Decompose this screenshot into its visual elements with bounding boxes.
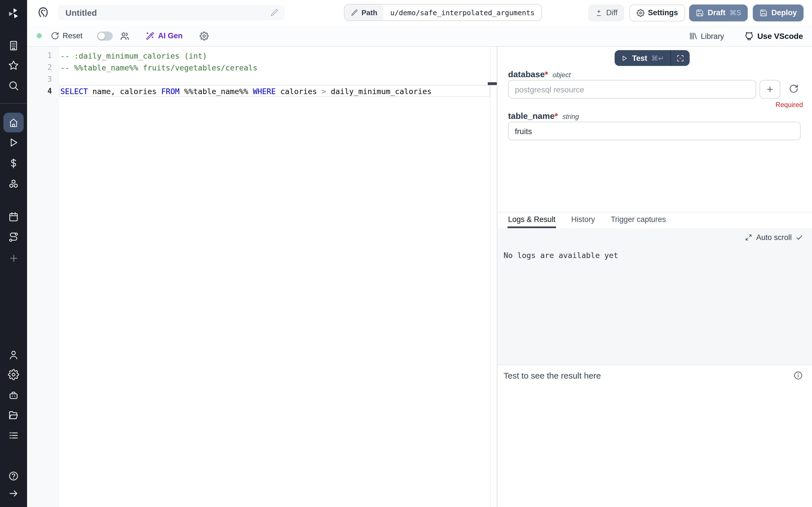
use-vscode-label: Use VScode: [757, 32, 803, 41]
sidebar-item-create[interactable]: [0, 248, 27, 268]
sidebar-item-resources[interactable]: [0, 173, 27, 194]
sidebar-item-runs[interactable]: [0, 132, 27, 153]
library-button[interactable]: Library: [689, 32, 724, 41]
code-token: -- %%table_name%% fruits/vegetables/cere…: [60, 63, 257, 72]
play-icon: [621, 54, 628, 62]
record-scan-icon: [676, 54, 684, 62]
auto-scroll-toggle[interactable]: Auto scroll: [745, 233, 803, 242]
sidebar-item-folders[interactable]: [0, 405, 27, 425]
sidebar-item-workers[interactable]: [0, 385, 27, 406]
building-icon: [8, 40, 19, 51]
table-name-input[interactable]: [508, 122, 801, 140]
code-text: -- %%table_name%% fruits/vegetables/cere…: [60, 63, 257, 72]
result-pane: Test to see the result here: [497, 364, 812, 507]
path-label: Path: [361, 8, 377, 17]
settings-button[interactable]: Settings: [629, 4, 686, 21]
pencil-icon: [351, 9, 358, 16]
sidebar-item-schedules[interactable]: [0, 207, 27, 227]
reset-button[interactable]: Reset: [51, 32, 83, 40]
magic-wand-icon: [146, 31, 155, 40]
code-text: SELECT name, calories FROM %%table_name%…: [60, 87, 432, 96]
draft-button[interactable]: Draft ⌘S: [689, 4, 748, 21]
line-number: 2: [27, 63, 52, 71]
deploy-button[interactable]: Deploy: [753, 4, 804, 21]
test-button[interactable]: Test ⌘↵: [615, 50, 670, 66]
logs-empty-message: No logs are available yet: [504, 251, 618, 260]
database-input[interactable]: [508, 80, 756, 99]
plus-icon: [8, 252, 19, 263]
code-token: FROM: [161, 87, 180, 96]
refresh-resource-button[interactable]: [789, 84, 799, 94]
user-icon: [8, 349, 19, 360]
deploy-label: Deploy: [771, 8, 797, 17]
code-editor[interactable]: 1 -- :daily_minimum_calories (int) 2 -- …: [27, 47, 497, 507]
star-icon: [8, 60, 19, 71]
ai-gen-button[interactable]: AI Gen: [146, 31, 183, 40]
sidebar: [0, 0, 27, 507]
help-icon: [8, 470, 19, 482]
toggle-knob: [98, 33, 105, 39]
required-asterisk: *: [555, 111, 558, 121]
add-resource-button[interactable]: [760, 80, 780, 99]
vscode-icon: [744, 31, 754, 41]
sidebar-item-favorites[interactable]: [0, 55, 27, 75]
refresh-icon: [789, 84, 799, 94]
tab-history[interactable]: History: [571, 212, 596, 228]
diff-button[interactable]: Diff: [588, 4, 624, 21]
code-token: SELECT: [60, 87, 88, 96]
line-number: 4: [27, 87, 52, 95]
required-error: Required: [776, 101, 803, 109]
dollar-icon: [8, 158, 19, 169]
topbar: Path u/demo/safe_interpolated_arguments …: [27, 0, 812, 25]
code-token: name, calories: [88, 87, 161, 96]
code-token: daily_minimum_calories: [326, 87, 432, 96]
sidebar-item-variables[interactable]: [0, 153, 27, 173]
folder-open-icon: [8, 409, 19, 421]
reset-label: Reset: [63, 32, 83, 40]
list-icon: [8, 430, 19, 441]
sidebar-item-home[interactable]: [3, 113, 24, 132]
sidebar-item-workspace[interactable]: [0, 36, 27, 56]
editor-settings-gear-icon[interactable]: [200, 31, 209, 40]
use-vscode-button[interactable]: Use VScode: [744, 31, 803, 41]
line-number: 1: [27, 51, 52, 60]
save-icon: [696, 9, 704, 17]
tab-logs-result[interactable]: Logs & Result: [507, 212, 556, 228]
play-icon: [8, 137, 19, 148]
ai-gen-label: AI Gen: [158, 32, 183, 40]
editor-scrollbar-track[interactable]: [490, 47, 491, 507]
capture-test-button[interactable]: [671, 50, 690, 66]
sidebar-item-triggers[interactable]: [0, 227, 27, 247]
sidebar-item-settings[interactable]: [0, 364, 27, 385]
code-line: 1 -- :daily_minimum_calories (int): [27, 50, 497, 61]
info-icon[interactable]: [794, 371, 803, 380]
gear-icon: [8, 369, 19, 380]
diff-icon: [595, 9, 603, 17]
sidebar-item-expand[interactable]: [0, 483, 27, 504]
library-icon: [689, 32, 698, 41]
robot-icon: [8, 390, 19, 401]
code-line: 2 -- %%table_name%% fruits/vegetables/ce…: [27, 61, 497, 73]
edit-title-pencil-icon[interactable]: [270, 8, 278, 17]
field-label-database: database*object: [508, 69, 571, 79]
sidebar-item-account[interactable]: [0, 345, 27, 365]
test-label: Test: [632, 54, 647, 62]
script-title-input[interactable]: [65, 5, 252, 20]
search-icon: [8, 80, 19, 91]
collaborators-icon[interactable]: [120, 31, 130, 41]
code-token: >: [322, 87, 326, 96]
draft-shortcut: ⌘S: [729, 8, 741, 17]
home-icon: [8, 117, 19, 128]
diff-mode-toggle[interactable]: [97, 31, 113, 40]
sidebar-item-audit-logs[interactable]: [0, 425, 27, 446]
expand-icon: [745, 234, 752, 241]
windmill-logo[interactable]: [0, 2, 27, 23]
path-chip[interactable]: Path u/demo/safe_interpolated_arguments: [344, 4, 542, 21]
reset-icon: [51, 32, 59, 40]
script-title-box: [58, 5, 285, 20]
tab-trigger-captures[interactable]: Trigger captures: [610, 212, 666, 228]
sidebar-item-search[interactable]: [0, 75, 27, 96]
arrow-right-icon: [8, 488, 19, 499]
postgresql-icon: [37, 6, 50, 19]
code-token: -- :daily_minimum_calories (int): [60, 51, 207, 60]
